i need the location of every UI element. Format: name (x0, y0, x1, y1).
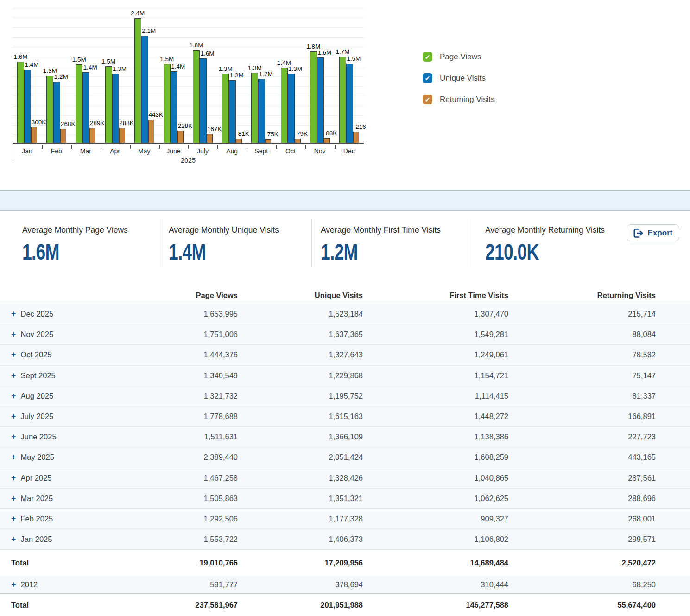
table-cell: 1,328,426 (238, 474, 363, 483)
bar-page-views (193, 50, 200, 143)
table-cell: 1,154,721 (363, 371, 508, 380)
table-cell: 1,340,549 (113, 371, 238, 380)
expand-plus-icon[interactable]: + (11, 330, 16, 339)
table-row-july-2025[interactable]: +July 20251,778,6881,615,1631,448,272166… (0, 406, 690, 427)
bar-value-label: 1.5M (101, 58, 115, 65)
bar-returning-visits (295, 139, 301, 143)
table-row-nov-2025[interactable]: +Nov 20251,751,0061,637,3651,549,28188,0… (0, 324, 690, 345)
table-cell: 55,674,400 (508, 601, 656, 610)
bar-page-views (164, 64, 171, 143)
plot-area: 1.6M1.4M300K1.3M1.2M268K1.5M1.4M289K1.5M… (13, 8, 364, 144)
table-row-aug-2025[interactable]: +Aug 20251,321,7321,195,7521,114,41581,3… (0, 386, 690, 406)
expand-plus-icon[interactable]: + (11, 534, 16, 544)
row-label-cell: +2012 (0, 580, 113, 590)
x-tick-label-nov: Nov (305, 147, 335, 155)
expand-plus-icon[interactable]: + (11, 350, 16, 360)
row-label: Mar 2025 (21, 494, 53, 503)
row-label-cell: +Feb 2025 (0, 514, 113, 524)
expand-plus-icon[interactable]: + (11, 473, 16, 483)
column-header-first-time-visits: First Time Visits (363, 291, 508, 300)
bar-group-apr: 1.5M1.3M288K (101, 8, 130, 143)
expand-plus-icon[interactable]: + (11, 412, 16, 421)
table-cell: 287,561 (508, 474, 656, 483)
table-cell: 1,608,259 (363, 453, 508, 462)
bar-group-mar: 1.5M1.4M289K (71, 8, 100, 143)
expand-plus-icon[interactable]: + (11, 371, 16, 381)
expand-plus-icon[interactable]: + (11, 494, 16, 503)
bar-returning-visits (353, 132, 359, 143)
bar-unique-visits (24, 70, 31, 143)
expand-plus-icon[interactable]: + (11, 452, 16, 462)
table-cell: 1,292,506 (113, 514, 238, 523)
table-cell: 14,689,484 (363, 559, 508, 567)
row-label: Dec 2025 (21, 310, 54, 318)
row-label: July 2025 (21, 412, 54, 421)
table-cell: 1,505,863 (113, 494, 238, 503)
table-cell: 1,229,868 (238, 371, 363, 380)
row-label-cell: +Apr 2025 (0, 473, 113, 483)
x-tick-label-sept: Sept (247, 147, 276, 155)
table-row-may-2025[interactable]: +May 20252,389,4402,051,4241,608,259443,… (0, 447, 690, 468)
row-label-cell: +Oct 2025 (0, 350, 113, 360)
table-row-dec-2025[interactable]: +Dec 20251,653,9951,523,1841,307,470215,… (0, 304, 690, 324)
table-cell: 201,951,988 (238, 601, 363, 610)
bar-value-label: 1.5M (160, 56, 174, 63)
axis-tick (217, 145, 218, 149)
column-header-returning-visits: Returning Visits (508, 291, 656, 300)
expand-plus-icon[interactable]: + (11, 432, 16, 442)
x-tick-label-oct: Oct (276, 147, 305, 155)
table-row-apr-2025[interactable]: +Apr 20251,467,2581,328,4261,040,865287,… (0, 468, 690, 489)
export-button[interactable]: Export (627, 224, 679, 241)
bar-value-label: 1.6M (317, 49, 331, 56)
legend-label: Unique Visits (440, 74, 486, 83)
bar-value-label: 216 (355, 123, 366, 130)
row-label: Total (11, 559, 29, 567)
bar-group-oct: 1.4M1.3M79K (276, 8, 305, 143)
bar-unique-visits (53, 82, 60, 143)
table-row-mar-2025[interactable]: +Mar 20251,505,8631,351,3211,062,625288,… (0, 489, 690, 509)
table-cell: 215,714 (508, 310, 656, 318)
card-avg-unique-visits: Average Monthly Unique Visits 1.4M (169, 225, 279, 265)
bar-group-june: 1.5M1.4M228K (159, 8, 188, 143)
bar-returning-visits (324, 138, 330, 143)
table-row-2012[interactable]: +2012591,777378,694310,44468,250 (0, 576, 690, 594)
bar-value-label: 1.4M (25, 61, 38, 68)
legend-checkbox[interactable]: ✔ (423, 73, 432, 83)
axis-tick (247, 145, 247, 149)
row-label: Feb 2025 (21, 514, 53, 523)
legend-checkbox[interactable]: ✔ (423, 95, 432, 104)
legend-label: Page Views (440, 52, 481, 62)
table-row-sept-2025[interactable]: +Sept 20251,340,5491,229,8681,154,72175,… (0, 366, 690, 386)
table-row-feb-2025[interactable]: +Feb 20251,292,5061,177,328909,327268,00… (0, 509, 690, 529)
x-tick-label-july: July (188, 147, 217, 155)
table-row-oct-2025[interactable]: +Oct 20251,444,3761,327,6431,249,06178,5… (0, 345, 690, 365)
table-cell: 1,321,732 (113, 392, 238, 400)
table-cell: 1,615,163 (238, 412, 363, 421)
x-axis-year-label: 2025 (13, 157, 364, 164)
column-header-page-views: Page Views (113, 291, 238, 300)
expand-plus-icon[interactable]: + (11, 580, 16, 590)
bar-value-label: 1.4M (171, 63, 185, 70)
axis-tick (305, 145, 306, 149)
bar-page-views (222, 74, 229, 143)
table-cell: 1,307,470 (363, 310, 508, 318)
bar-page-views (251, 73, 258, 143)
table-cell: 166,891 (508, 412, 656, 421)
expand-plus-icon[interactable]: + (11, 309, 16, 319)
table-row-june-2025[interactable]: +June 20251,511,6311,366,1091,138,386227… (0, 427, 690, 447)
x-tick-label-june: June (159, 147, 188, 155)
table-header: Page Views Unique Visits First Time Visi… (0, 287, 690, 304)
expand-plus-icon[interactable]: + (11, 391, 16, 401)
bar-page-views (17, 62, 24, 143)
bar-page-views (281, 68, 288, 143)
expand-plus-icon[interactable]: + (11, 514, 16, 524)
table-cell: 146,277,588 (363, 601, 508, 610)
table-cell: 237,581,967 (113, 601, 238, 610)
table-row-jan-2025[interactable]: +Jan 20251,553,7221,406,3731,106,802299,… (0, 529, 690, 550)
table-cell: 2,389,440 (113, 453, 238, 462)
bar-group-aug: 1.3M1.2M81K (217, 8, 247, 143)
row-label: Oct 2025 (21, 350, 52, 359)
row-label-cell: +May 2025 (0, 452, 113, 462)
legend-checkbox[interactable]: ✔ (423, 52, 432, 62)
row-label: Apr 2025 (21, 474, 52, 483)
